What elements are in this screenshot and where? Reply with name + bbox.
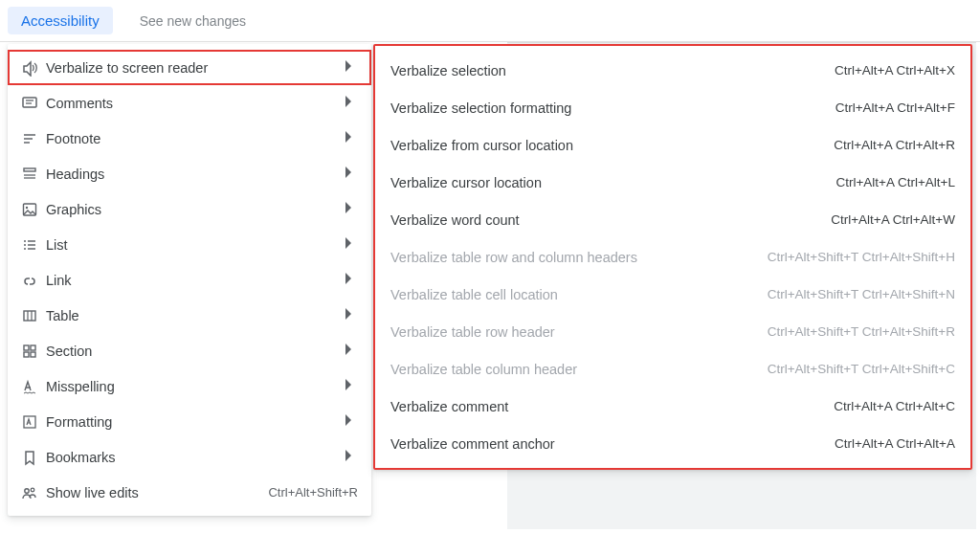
submenu-item-shortcut: Ctrl+Alt+Shift+T Ctrl+Alt+Shift+H — [768, 250, 955, 264]
liveedits-icon — [21, 484, 46, 501]
submenu-item-shortcut: Ctrl+Alt+Shift+T Ctrl+Alt+Shift+N — [768, 287, 955, 301]
menu-item-label: Bookmarks — [46, 450, 341, 465]
submenu-item-label: Verbalize word count — [390, 212, 831, 228]
submenu-item-label: Verbalize table column header — [390, 362, 768, 377]
menu-item-label: Comments — [46, 96, 341, 111]
submenu-item-1[interactable]: Verbalize selection formattingCtrl+Alt+A… — [373, 89, 972, 126]
speaker-icon — [21, 59, 46, 77]
submenu-item-label: Verbalize table row header — [390, 324, 768, 340]
submenu-item-10[interactable]: Verbalize comment anchorCtrl+Alt+A Ctrl+… — [373, 425, 972, 462]
submenu-item-label: Verbalize comment — [390, 399, 834, 414]
headings-icon — [21, 166, 46, 183]
menu-item-label: List — [46, 237, 341, 253]
menu-item-label: Section — [46, 344, 341, 359]
menu-item-label: Link — [46, 273, 341, 288]
chevron-right-icon — [341, 270, 358, 290]
chevron-right-icon — [341, 305, 358, 325]
submenu-item-shortcut: Ctrl+Alt+A Ctrl+Alt+R — [834, 138, 955, 152]
chevron-right-icon — [341, 341, 358, 361]
menu-item-graphics[interactable]: Graphics — [8, 191, 371, 227]
menu-item-formatting[interactable]: Formatting — [8, 404, 371, 439]
submenu-item-label: Verbalize from cursor location — [390, 138, 834, 153]
list-icon — [21, 236, 46, 254]
menu-item-headings[interactable]: Headings — [8, 156, 371, 191]
submenu-item-4[interactable]: Verbalize word countCtrl+Alt+A Ctrl+Alt+… — [373, 201, 972, 238]
submenu-item-label: Verbalize cursor location — [390, 175, 835, 190]
menu-item-shortcut: Ctrl+Alt+Shift+R — [268, 485, 358, 500]
menu-item-label: Misspelling — [46, 379, 341, 394]
tab-accessibility[interactable]: Accessibility — [8, 7, 113, 34]
submenu-item-label: Verbalize comment anchor — [390, 436, 835, 452]
menu-item-comments[interactable]: Comments — [8, 85, 371, 121]
submenu-item-3[interactable]: Verbalize cursor locationCtrl+Alt+A Ctrl… — [373, 164, 972, 201]
accessibility-menu: Verbalize to screen readerCommentsFootno… — [8, 44, 371, 516]
chevron-right-icon — [341, 447, 358, 467]
menu-item-label: Show live edits — [46, 485, 268, 500]
bookmarks-icon — [21, 449, 46, 466]
submenu-item-shortcut: Ctrl+Alt+A Ctrl+Alt+F — [835, 100, 955, 115]
menu-item-liveedits[interactable]: Show live editsCtrl+Alt+Shift+R — [8, 475, 371, 510]
menu-item-label: Headings — [46, 167, 341, 182]
menu-item-list[interactable]: List — [8, 227, 371, 262]
chevron-right-icon — [341, 199, 358, 219]
chevron-right-icon — [341, 234, 358, 255]
menu-item-label: Verbalize to screen reader — [46, 60, 341, 76]
menu-item-footnote[interactable]: Footnote — [8, 121, 371, 156]
menu-item-misspelling[interactable]: Misspelling — [8, 368, 371, 404]
menu-item-verbalize[interactable]: Verbalize to screen reader — [8, 50, 371, 85]
see-new-changes[interactable]: See new changes — [130, 8, 256, 34]
topbar: Accessibility See new changes — [0, 0, 980, 42]
menu-item-label: Table — [46, 308, 341, 323]
menu-item-table[interactable]: Table — [8, 298, 371, 333]
footnote-icon — [21, 130, 46, 147]
submenu-item-shortcut: Ctrl+Alt+A Ctrl+Alt+A — [835, 436, 955, 451]
submenu-item-9[interactable]: Verbalize commentCtrl+Alt+A Ctrl+Alt+C — [373, 388, 972, 425]
submenu-item-5: Verbalize table row and column headersCt… — [373, 238, 972, 276]
verbalize-submenu: Verbalize selectionCtrl+Alt+A Ctrl+Alt+X… — [373, 44, 972, 470]
submenu-item-shortcut: Ctrl+Alt+A Ctrl+Alt+X — [835, 63, 955, 78]
link-icon — [21, 272, 46, 289]
graphics-icon — [21, 201, 46, 218]
formatting-icon — [21, 413, 46, 431]
menu-item-section[interactable]: Section — [8, 333, 371, 368]
submenu-item-shortcut: Ctrl+Alt+A Ctrl+Alt+W — [831, 212, 955, 227]
menu-item-label: Footnote — [46, 131, 341, 146]
chevron-right-icon — [341, 57, 358, 78]
table-icon — [21, 307, 46, 324]
chevron-right-icon — [341, 128, 358, 148]
comments-icon — [21, 95, 46, 112]
misspelling-icon — [21, 378, 46, 395]
submenu-item-2[interactable]: Verbalize from cursor locationCtrl+Alt+A… — [373, 126, 972, 164]
submenu-item-label: Verbalize table cell location — [390, 287, 768, 302]
submenu-item-8: Verbalize table column headerCtrl+Alt+Sh… — [373, 350, 972, 388]
chevron-right-icon — [341, 411, 358, 432]
menu-item-label: Formatting — [46, 414, 341, 430]
section-icon — [21, 343, 46, 360]
submenu-item-shortcut: Ctrl+Alt+Shift+T Ctrl+Alt+Shift+R — [768, 324, 955, 339]
submenu-item-7: Verbalize table row headerCtrl+Alt+Shift… — [373, 313, 972, 350]
menu-item-link[interactable]: Link — [8, 262, 371, 298]
submenu-item-label: Verbalize selection formatting — [390, 100, 835, 116]
chevron-right-icon — [341, 164, 358, 184]
submenu-item-0[interactable]: Verbalize selectionCtrl+Alt+A Ctrl+Alt+X — [373, 52, 972, 89]
submenu-item-shortcut: Ctrl+Alt+A Ctrl+Alt+C — [834, 399, 955, 413]
submenu-item-label: Verbalize table row and column headers — [390, 250, 768, 265]
chevron-right-icon — [341, 93, 358, 113]
submenu-item-6: Verbalize table cell locationCtrl+Alt+Sh… — [373, 276, 972, 313]
chevron-right-icon — [341, 376, 358, 396]
menu-item-label: Graphics — [46, 202, 341, 217]
submenu-item-label: Verbalize selection — [390, 63, 835, 78]
submenu-item-shortcut: Ctrl+Alt+A Ctrl+Alt+L — [835, 175, 955, 189]
menu-item-bookmarks[interactable]: Bookmarks — [8, 439, 371, 475]
submenu-item-shortcut: Ctrl+Alt+Shift+T Ctrl+Alt+Shift+C — [768, 362, 955, 376]
